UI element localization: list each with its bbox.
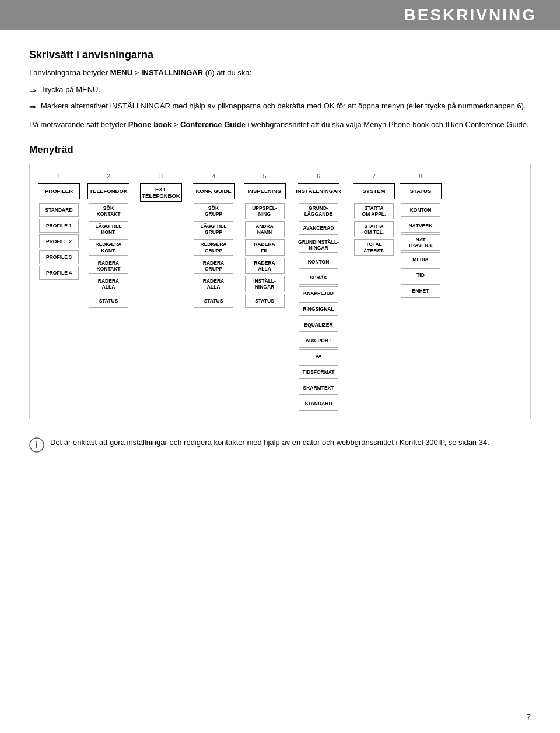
menu-box-profiler: PROFILER [38,183,80,199]
sub-avancerad: AVANCERAD [299,221,338,235]
bullet-2: ⇒ Markera alternativet INSTÄLLNINGAR med… [29,100,531,113]
sub-pa: PA [299,349,338,363]
sub-equalizer: EQUALIZER [299,318,338,332]
sub-enhet: ENHET [401,284,440,298]
col-num-3: 3 [135,173,187,180]
sub-radera-alla-konf: RADERAALLA [194,276,233,292]
sub-sok-kontakt: SÖKKONTAKT [89,203,128,219]
sub-status-tel: STATUS [89,294,128,308]
svg-text:i: i [36,440,38,450]
arrow-icon-1: ⇒ [29,85,36,97]
tree-diagram: 1 2 3 4 5 6 7 8 PROFILER STANDARD PROFIL… [29,164,531,420]
menu-box-ext-tel: EXT. TELEFONBOK [140,183,182,202]
menu-box-telefonbok: TELEFONBOK [88,183,130,199]
sub-skarmtext: SKÄRMTEXT [299,381,338,395]
sub-uppspelning: UPPSPEL-NING [245,203,285,219]
page-title: BESKRIVNING [404,6,537,24]
col-num-5: 5 [240,173,289,180]
sub-radera-grupp: RADERAGRUPP [194,258,233,274]
sub-andra-namn: ÄNDRANAMN [245,221,285,237]
sub-status-insp: STATUS [245,294,285,308]
sub-grundinstall: GRUNDINSTÄLL-NINGAR [299,237,338,253]
tree-col-7: SYSTEM STARTAOM APPL. STARTAOM TEL. TOTA… [348,183,400,256]
sub-knappljud: KNAPPLJUD [299,286,338,300]
menyträd-heading: Menyträd [29,144,531,156]
menu-box-installningar: INSTÄLLNINGAR [298,183,340,199]
col-num-6: 6 [289,173,348,180]
col-num-8: 8 [400,173,441,180]
sub-konton-stat: KONTON [401,203,440,217]
tree-col-5: INSPELNING UPPSPEL-NING ÄNDRANAMN RADERA… [240,183,289,308]
menu-box-system: SYSTEM [353,183,395,199]
sub-items-installningar: GRUND-LÄGGANDE AVANCERAD GRUNDINSTÄLL-NI… [292,201,345,411]
sub-redigera-kont: REDIGERAKONT. [89,239,128,255]
sub-profile2: PROFILE 2 [39,234,79,248]
col-num-7: 7 [348,173,400,180]
sub-radera-kontakt: RADERAKONTAKT [89,258,128,274]
intro-para-1: I anvisningarna betyder MENU > INSTÄLLNI… [29,67,531,79]
sub-starta-om-tel: STARTAOM TEL. [354,221,394,237]
sub-total-aterst: TOTALÅTERST. [354,239,394,255]
sub-profile3: PROFILE 3 [39,250,79,264]
sub-redigera-grupp: REDIGERAGRUPP [194,239,233,255]
footer-note: i Det är enklast att göra inställningar … [29,437,531,453]
section-heading: Skrivsätt i anvisningarna [29,49,531,61]
footer-note-text: Det är enklast att göra inställningar oc… [50,437,489,448]
sub-radera-fil: RADERAFIL [245,239,285,255]
tree-main-row: PROFILER STANDARD PROFILE 1 PROFILE 2 PR… [36,183,524,411]
tree-number-row: 1 2 3 4 5 6 7 8 [36,173,524,180]
sub-media: MEDIA [401,252,440,266]
tree-col-2: TELEFONBOK SÖKKONTAKT LÄGG TILLKONT. RED… [82,183,135,308]
sub-standard: STANDARD [39,203,79,217]
tree-col-1: PROFILER STANDARD PROFILE 1 PROFILE 2 PR… [36,183,82,280]
menu-box-konf-guide: KONF. GUIDE [192,183,235,199]
sub-profile1: PROFILE 1 [39,219,79,233]
sub-installningar-insp: INSTÄLL-NINGAR [245,276,285,292]
sub-items-profiler: STANDARD PROFILE 1 PROFILE 2 PROFILE 3 P… [38,201,80,280]
tree-col-8: STATUS KONTON NÄTVERK NATTRAVERS. MEDIA … [400,183,441,298]
sub-ringsignal: RINGSIGNAL [299,302,338,316]
page-number: 7 [527,713,531,721]
col-num-1: 1 [36,173,82,180]
tree-col-3: EXT. TELEFONBOK [135,183,187,204]
sub-lagg-till-kont: LÄGG TILLKONT. [89,221,128,237]
intro-para-2: På motsvarande sätt betyder Phone book >… [29,119,531,131]
sub-tid: TID [401,268,440,282]
info-icon: i [29,437,44,453]
sub-natverk: NÄTVERK [401,219,440,233]
sub-lagg-till-grupp: LÄGG TILLGRUPP [194,221,233,237]
sub-items-system: STARTAOM APPL. STARTAOM TEL. TOTALÅTERST… [350,201,398,256]
sub-radera-alla-tel: RADERAALLA [89,276,128,292]
menu-box-inspelning: INSPELNING [244,183,286,199]
sub-status-konf: STATUS [194,294,233,308]
bullet-1: ⇒ Trycka på MENU. [29,84,531,97]
tree-col-4: KONF. GUIDE SÖKGRUPP LÄGG TILLGRUPP REDI… [187,183,240,308]
sub-aux-port: AUX-PORT [299,334,338,348]
sub-items-telefonbok: SÖKKONTAKT LÄGG TILLKONT. REDIGERAKONT. … [85,201,132,308]
header-bar: BESKRIVNING [0,0,560,30]
sub-sok-grupp: SÖKGRUPP [194,203,233,219]
main-content: Skrivsätt i anvisningarna I anvisningarn… [0,30,560,476]
sub-items-konf: SÖKGRUPP LÄGG TILLGRUPP REDIGERAGRUPP RA… [190,201,237,308]
sub-starta-om-appl: STARTAOM APPL. [354,203,394,219]
sub-items-status: KONTON NÄTVERK NATTRAVERS. MEDIA TID ENH… [402,201,439,298]
sub-radera-alla-insp: RADERAALLA [245,258,285,274]
sub-nat-travers: NATTRAVERS. [401,234,440,251]
sub-sprak: SPRÅK [299,271,338,285]
col-num-2: 2 [82,173,135,180]
sub-konton-inst: KONTON [299,255,338,269]
menu-box-status: STATUS [400,183,442,199]
arrow-icon-2: ⇒ [29,101,36,113]
sub-tidsformat: TIDSFORMAT [299,365,338,379]
sub-profile4: PROFILE 4 [39,266,79,280]
sub-standard-inst: STANDARD [299,397,338,411]
sub-grundlaggande: GRUND-LÄGGANDE [299,203,338,219]
tree-col-6: INSTÄLLNINGAR GRUND-LÄGGANDE AVANCERAD G… [289,183,348,411]
col-num-4: 4 [187,173,240,180]
sub-items-inspelning: UPPSPEL-NING ÄNDRANAMN RADERAFIL RADERAA… [242,201,287,308]
